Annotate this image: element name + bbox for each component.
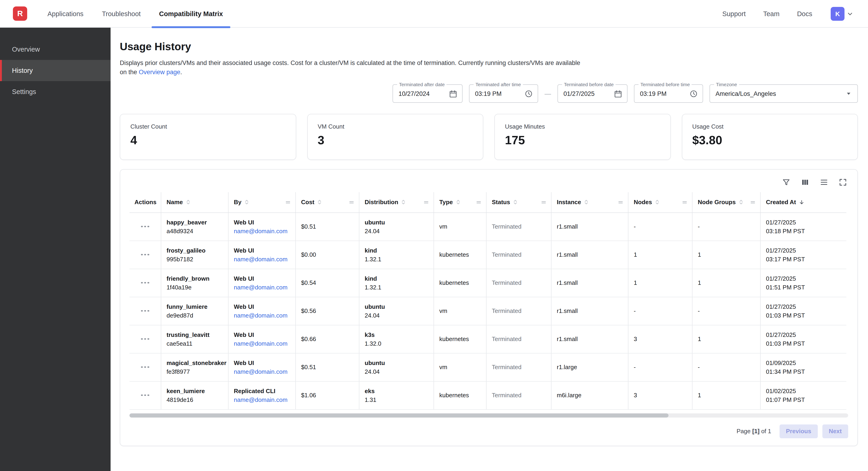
- sort-icon[interactable]: [584, 199, 589, 205]
- sort-desc-icon[interactable]: [799, 199, 805, 206]
- account-menu[interactable]: K: [831, 7, 854, 21]
- column-header-type[interactable]: Type: [434, 192, 486, 212]
- node-groups-cell: -: [692, 353, 760, 381]
- clock-icon[interactable]: [689, 89, 698, 98]
- nav-item-applications[interactable]: Applications: [48, 10, 83, 17]
- column-menu-icon[interactable]: [750, 200, 755, 205]
- main-content: Usage History Displays prior clusters/VM…: [111, 28, 868, 471]
- avatar[interactable]: K: [831, 7, 844, 21]
- column-header-created-at[interactable]: Created At: [760, 192, 846, 212]
- nav-item-troubleshoot[interactable]: Troubleshoot: [102, 10, 141, 17]
- row-actions-button[interactable]: [138, 306, 152, 316]
- calendar-icon[interactable]: [449, 89, 458, 98]
- sort-icon[interactable]: [455, 199, 461, 205]
- filter-icon[interactable]: [782, 178, 790, 187]
- clock-icon[interactable]: [524, 89, 533, 98]
- next-page-button[interactable]: Next: [823, 424, 848, 438]
- nav-item-support[interactable]: Support: [722, 10, 746, 17]
- column-menu-icon[interactable]: [285, 200, 290, 205]
- created-by-email-link[interactable]: name@domain.com: [234, 312, 287, 319]
- created-time: 01:51 PM PST: [766, 283, 841, 292]
- calendar-icon[interactable]: [614, 89, 622, 98]
- sort-icon[interactable]: [401, 199, 407, 205]
- terminated-after-time-field[interactable]: Terminated after time 03:19 PM: [469, 84, 538, 103]
- distribution-cell: kind 1.32.1: [359, 269, 434, 297]
- status-cell: Terminated: [486, 353, 551, 381]
- sort-icon[interactable]: [654, 199, 660, 205]
- sidebar-item-history[interactable]: History: [0, 60, 111, 81]
- sort-icon[interactable]: [738, 199, 744, 205]
- created-by-email-link[interactable]: name@domain.com: [234, 340, 287, 347]
- cluster-name: trusting_leavitt: [166, 330, 222, 339]
- column-menu-icon[interactable]: [476, 200, 481, 205]
- column-menu-icon[interactable]: [682, 200, 687, 205]
- created-by-email-link[interactable]: name@domain.com: [234, 368, 287, 375]
- table-row: keen_lumiere 4819de16 Replicated CLI nam…: [129, 381, 846, 409]
- overview-page-link[interactable]: Overview page: [139, 69, 180, 76]
- column-header-by[interactable]: By: [228, 192, 295, 212]
- distribution-cell: ubuntu 24.04: [359, 353, 434, 381]
- horizontal-scrollbar[interactable]: [129, 413, 848, 417]
- column-menu-icon[interactable]: [348, 200, 354, 205]
- row-actions-button[interactable]: [138, 334, 152, 344]
- top-navigation: R Applications Troubleshoot Compatibilit…: [0, 0, 868, 28]
- caret-down-icon[interactable]: [844, 89, 853, 98]
- nav-item-compatibility-matrix[interactable]: Compatibility Matrix: [159, 0, 223, 27]
- terminated-after-date-field[interactable]: Terminated after date 10/27/2024: [393, 84, 463, 103]
- stat-label: Usage Minutes: [505, 123, 660, 130]
- column-header-cost[interactable]: Cost: [295, 192, 359, 212]
- created-by-email-link[interactable]: name@domain.com: [234, 256, 287, 262]
- type-cell: kubernetes: [434, 241, 486, 269]
- replicated-logo[interactable]: R: [13, 6, 27, 21]
- row-actions-button[interactable]: [138, 363, 152, 372]
- stat-label: VM Count: [318, 123, 473, 130]
- column-menu-icon[interactable]: [618, 200, 623, 205]
- column-header-status[interactable]: Status: [486, 192, 551, 212]
- nav-item-team[interactable]: Team: [763, 10, 779, 17]
- row-actions-button[interactable]: [138, 278, 152, 287]
- column-header-node-groups[interactable]: Node Groups: [692, 192, 760, 212]
- field-value: America/Los_Angeles: [715, 90, 844, 97]
- created-by-email-link[interactable]: name@domain.com: [234, 284, 287, 291]
- sort-icon[interactable]: [185, 199, 191, 205]
- sidebar-item-settings[interactable]: Settings: [0, 81, 111, 102]
- row-actions-button[interactable]: [138, 222, 152, 231]
- created-by-email-link[interactable]: name@domain.com: [234, 228, 287, 234]
- column-menu-icon[interactable]: [423, 200, 429, 205]
- sort-icon[interactable]: [317, 199, 323, 205]
- cost-cell: $0.66: [295, 325, 359, 353]
- column-menu-icon[interactable]: [541, 200, 546, 205]
- stat-value: 4: [130, 133, 285, 147]
- column-header-name[interactable]: Name: [161, 192, 228, 212]
- created-date: 01/27/2025: [766, 218, 841, 227]
- logo-letter: R: [17, 9, 23, 18]
- previous-page-button[interactable]: Previous: [779, 424, 818, 438]
- table-row: friendly_brown 1f40a19e Web UI name@doma…: [129, 269, 846, 297]
- column-header-distribution[interactable]: Distribution: [359, 192, 434, 212]
- sidebar-item-overview[interactable]: Overview: [0, 39, 111, 60]
- row-actions-button[interactable]: [138, 250, 152, 259]
- column-header-nodes[interactable]: Nodes: [628, 192, 692, 212]
- column-header-instance[interactable]: Instance: [551, 192, 628, 212]
- created-by-email-link[interactable]: name@domain.com: [234, 396, 287, 403]
- timezone-select[interactable]: Timezone America/Los_Angeles: [710, 84, 858, 103]
- table-row: magical_stonebraker fe3f8977 Web UI name…: [129, 353, 846, 381]
- nav-item-docs[interactable]: Docs: [797, 10, 812, 17]
- sort-icon[interactable]: [512, 199, 518, 205]
- density-icon[interactable]: [819, 178, 828, 187]
- created-at-cell: 01/02/2025 01:07 PM PST: [760, 381, 846, 409]
- range-separator: —: [545, 90, 551, 97]
- table-row: funny_lumiere de9ed87d Web UI name@domai…: [129, 297, 846, 325]
- fullscreen-icon[interactable]: [838, 178, 847, 187]
- sort-icon[interactable]: [244, 199, 250, 205]
- stat-card-vm-count: VM Count 3: [307, 114, 483, 160]
- terminated-before-date-field[interactable]: Terminated before date 01/27/2025: [557, 84, 627, 103]
- columns-icon[interactable]: [801, 178, 809, 187]
- created-date: 01/09/2025: [766, 358, 841, 367]
- created-by-method: Web UI: [234, 358, 289, 367]
- column-label: Distribution: [365, 199, 398, 206]
- row-actions-button[interactable]: [138, 391, 152, 400]
- created-time: 01:03 PM PST: [766, 339, 841, 348]
- terminated-before-time-field[interactable]: Terminated before time 03:19 PM: [634, 84, 703, 103]
- horizontal-scrollbar-thumb[interactable]: [129, 413, 669, 417]
